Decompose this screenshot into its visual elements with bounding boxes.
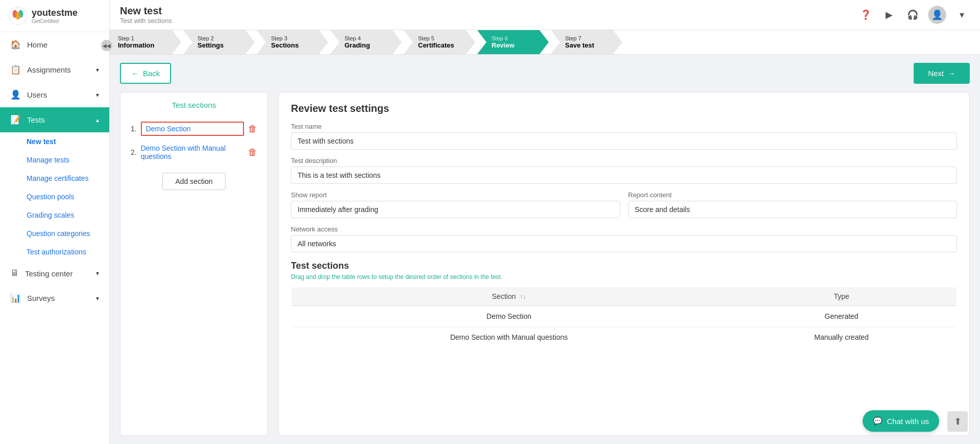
sidebar-collapse-button[interactable]: ◀◀ xyxy=(101,40,112,51)
main-content: New test Test with sections ❓ ▶ 🎧 👤 ▾ xyxy=(110,0,980,444)
help-button[interactable]: ❓ xyxy=(857,7,874,23)
chat-label: Chat with us xyxy=(887,417,929,426)
step-5[interactable]: Step 5 Certificates xyxy=(404,30,475,54)
sidebar-item-home[interactable]: 🏠 Home xyxy=(0,32,109,57)
play-button[interactable]: ▶ xyxy=(881,7,897,23)
report-content-input[interactable] xyxy=(628,201,958,218)
sidebar-sub-manage-tests[interactable]: Manage tests xyxy=(0,151,109,169)
sidebar-sub-new-test[interactable]: New test xyxy=(0,132,109,151)
table-row: Demo Section Generated xyxy=(291,306,957,327)
sidebar-item-users[interactable]: 👤 Users ▾ xyxy=(0,82,109,107)
section-link-2[interactable]: Demo Section with Manual questions xyxy=(141,144,244,160)
tests-arrow: ▴ xyxy=(96,116,99,124)
chevron-down-icon: ▾ xyxy=(960,9,964,20)
row1-type: Generated xyxy=(726,306,957,327)
help-icon: ❓ xyxy=(860,9,871,20)
network-access-label: Network access xyxy=(291,225,957,233)
step-6[interactable]: Step 6 Review xyxy=(477,30,549,54)
logo-icon xyxy=(8,6,28,26)
right-panel: Review test settings Test name Test desc… xyxy=(278,92,970,436)
surveys-arrow: ▾ xyxy=(96,295,99,302)
step-3[interactable]: Step 3 Sections xyxy=(257,30,328,54)
play-icon: ▶ xyxy=(886,9,893,20)
section-item-1: 1. Demo Section 🗑 xyxy=(129,118,259,140)
scroll-top-button[interactable]: ⬆ xyxy=(947,411,968,432)
left-panel: Test sections 1. Demo Section 🗑 2. Demo … xyxy=(120,92,268,436)
two-col-layout: Test sections 1. Demo Section 🗑 2. Demo … xyxy=(120,92,970,436)
section-list: 1. Demo Section 🗑 2. Demo Section with M… xyxy=(129,118,259,165)
test-name-group: Test name xyxy=(291,123,957,150)
sidebar-item-home-label: Home xyxy=(27,40,47,49)
section-item-2: 2. Demo Section with Manual questions 🗑 xyxy=(129,140,259,165)
logo: youtestme GetCertified xyxy=(0,0,109,32)
delete-section-2-button[interactable]: 🗑 xyxy=(248,148,257,157)
row2-type: Manually created xyxy=(726,327,957,348)
sidebar-item-assignments-label: Assignments xyxy=(27,65,71,74)
report-content-group: Report content xyxy=(628,191,958,218)
sidebar-item-testing-center-label: Testing center xyxy=(25,269,72,278)
headset-icon: 🎧 xyxy=(907,9,918,20)
row1-section: Demo Section xyxy=(291,306,727,327)
show-report-label: Show report xyxy=(291,191,620,199)
sidebar-item-testing-center[interactable]: 🖥 Testing center ▾ xyxy=(0,261,109,286)
sidebar-sub-question-pools[interactable]: Question pools xyxy=(0,188,109,206)
sidebar-item-tests-label: Tests xyxy=(27,115,45,124)
test-name-input[interactable] xyxy=(291,132,957,150)
sections-table: Section ↑↓ Type Demo Section Generated xyxy=(291,287,957,348)
back-button[interactable]: ← Back xyxy=(120,63,171,84)
sidebar-nav: 🏠 Home 📋 Assignments ▾ 👤 Users ▾ 📝 Tests… xyxy=(0,32,109,444)
back-button-label: Back xyxy=(143,69,160,78)
page-title: New test xyxy=(120,5,172,17)
app-name: youtestme xyxy=(32,8,78,18)
sidebar-sub-question-categories[interactable]: Question categories xyxy=(0,224,109,243)
add-section-button[interactable]: Add section xyxy=(162,173,225,190)
table-row: Demo Section with Manual questions Manua… xyxy=(291,327,957,348)
topbar: New test Test with sections ❓ ▶ 🎧 👤 ▾ xyxy=(110,0,980,30)
assignments-arrow: ▾ xyxy=(96,66,99,74)
test-description-input[interactable] xyxy=(291,167,957,184)
delete-section-1-button[interactable]: 🗑 xyxy=(248,124,257,133)
sidebar-sub-manage-certificates[interactable]: Manage certificates xyxy=(0,169,109,188)
report-content-label: Report content xyxy=(628,191,958,199)
step-wizard: Step 1 Information Step 2 Settings Step … xyxy=(110,30,980,55)
assignments-icon: 📋 xyxy=(10,64,21,75)
topbar-actions: ❓ ▶ 🎧 👤 ▾ xyxy=(857,6,970,24)
sidebar-item-assignments[interactable]: 📋 Assignments ▾ xyxy=(0,57,109,82)
home-icon: 🏠 xyxy=(10,39,21,50)
step-7[interactable]: Step 7 Save test xyxy=(551,30,622,54)
col-section: Section ↑↓ xyxy=(291,287,727,306)
row2-section: Demo Section with Manual questions xyxy=(291,327,727,348)
chat-icon: 💬 xyxy=(873,416,883,426)
sidebar-sub-grading-scales[interactable]: Grading scales xyxy=(0,206,109,224)
network-access-group: Network access xyxy=(291,225,957,252)
headset-button[interactable]: 🎧 xyxy=(904,7,921,23)
col-type: Type xyxy=(726,287,957,306)
review-title: Review test settings xyxy=(291,103,957,114)
show-report-input[interactable] xyxy=(291,201,620,218)
next-button[interactable]: Next → xyxy=(914,63,970,84)
sidebar-item-surveys-label: Surveys xyxy=(27,294,55,302)
section-link-1[interactable]: Demo Section xyxy=(141,122,244,136)
content-area: ← Back Next → Test sections 1. Demo Sect… xyxy=(110,55,980,444)
step-4[interactable]: Step 4 Grading xyxy=(330,30,402,54)
sidebar-item-users-label: Users xyxy=(27,90,47,99)
avatar[interactable]: 👤 xyxy=(928,6,946,24)
testing-center-icon: 🖥 xyxy=(10,268,19,278)
report-row: Show report Report content xyxy=(291,191,957,225)
next-button-label: Next xyxy=(928,69,944,78)
next-arrow-icon: → xyxy=(948,69,955,78)
network-access-input[interactable] xyxy=(291,235,957,252)
sidebar-item-tests[interactable]: 📝 Tests ▴ xyxy=(0,107,109,132)
chevron-up-icon: ⬆ xyxy=(954,416,962,427)
sort-icon: ↑↓ xyxy=(520,293,526,300)
step-1[interactable]: Step 1 Information xyxy=(110,30,181,54)
sidebar-item-surveys[interactable]: 📊 Surveys ▾ xyxy=(0,286,109,311)
section-num-2: 2. xyxy=(131,148,137,156)
users-arrow: ▾ xyxy=(96,91,99,99)
sidebar-sub-test-authorizations[interactable]: Test authorizations xyxy=(0,243,109,261)
account-dropdown-button[interactable]: ▾ xyxy=(953,7,970,23)
chat-button[interactable]: 💬 Chat with us xyxy=(863,410,939,432)
test-name-label: Test name xyxy=(291,123,957,130)
step-2[interactable]: Step 2 Settings xyxy=(183,30,255,54)
test-sections-title: Test sections xyxy=(291,261,957,271)
